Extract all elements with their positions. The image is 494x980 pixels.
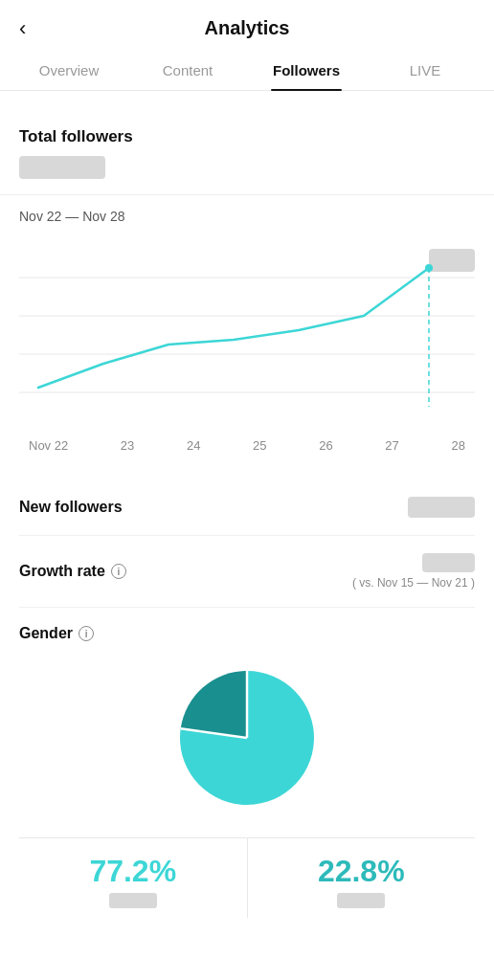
gender-percentages: 77.2% 22.8% bbox=[19, 837, 475, 918]
male-col: 22.8% bbox=[248, 838, 476, 918]
male-slice bbox=[181, 671, 247, 738]
x-label-5: 27 bbox=[385, 438, 398, 453]
new-followers-row: New followers bbox=[19, 479, 475, 536]
main-content: Total followers Nov 22 — Nov 28 Nov 22 2… bbox=[0, 91, 494, 918]
growth-rate-info-icon[interactable]: i bbox=[111, 564, 126, 579]
tab-live[interactable]: LIVE bbox=[366, 51, 484, 90]
tab-bar: Overview Content Followers LIVE bbox=[0, 51, 494, 91]
female-col: 77.2% bbox=[19, 838, 248, 918]
gender-info-icon[interactable]: i bbox=[79, 626, 94, 641]
svg-rect-5 bbox=[429, 249, 475, 272]
male-label bbox=[337, 893, 385, 908]
svg-point-6 bbox=[425, 264, 433, 272]
x-label-6: 28 bbox=[451, 438, 464, 453]
growth-rate-label: Growth rate i bbox=[19, 563, 126, 580]
growth-rate-value bbox=[422, 553, 475, 572]
female-percentage: 77.2% bbox=[19, 854, 247, 889]
x-label-4: 26 bbox=[319, 438, 332, 453]
x-label-1: 23 bbox=[121, 438, 134, 453]
growth-rate-row: Growth rate i ( vs. Nov 15 — Nov 21 ) bbox=[19, 536, 475, 608]
back-button[interactable]: ‹ bbox=[19, 18, 26, 39]
date-range: Nov 22 — Nov 28 bbox=[19, 195, 475, 224]
gender-section: Gender i bbox=[19, 608, 475, 918]
gender-label: Gender i bbox=[19, 625, 475, 642]
tab-content[interactable]: Content bbox=[128, 51, 247, 90]
female-label bbox=[109, 893, 157, 908]
growth-rate-right: ( vs. Nov 15 — Nov 21 ) bbox=[352, 553, 475, 590]
page-title: Analytics bbox=[205, 17, 290, 39]
line-chart: Nov 22 23 24 25 26 27 28 bbox=[19, 239, 475, 453]
pie-chart-container bbox=[19, 661, 475, 814]
male-percentage: 22.8% bbox=[248, 854, 476, 889]
x-label-0: Nov 22 bbox=[29, 438, 68, 453]
new-followers-value bbox=[408, 497, 475, 518]
chart-svg bbox=[19, 239, 475, 431]
x-axis-labels: Nov 22 23 24 25 26 27 28 bbox=[19, 434, 475, 453]
tab-overview[interactable]: Overview bbox=[10, 51, 128, 90]
tab-followers[interactable]: Followers bbox=[247, 51, 366, 90]
total-followers-label: Total followers bbox=[19, 127, 475, 146]
new-followers-label: New followers bbox=[19, 499, 123, 516]
x-label-2: 24 bbox=[187, 438, 200, 453]
pie-chart-svg bbox=[170, 661, 324, 814]
total-followers-section: Total followers bbox=[19, 110, 475, 179]
growth-rate-compare: ( vs. Nov 15 — Nov 21 ) bbox=[352, 576, 475, 590]
header: ‹ Analytics bbox=[0, 0, 494, 51]
x-label-3: 25 bbox=[253, 438, 266, 453]
total-followers-value bbox=[19, 156, 105, 179]
